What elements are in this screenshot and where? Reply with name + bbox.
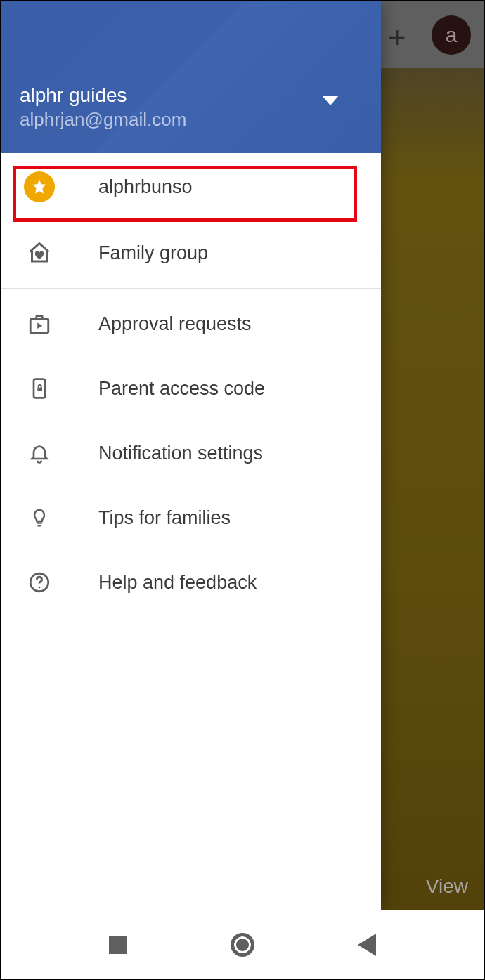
menu-item-family-group[interactable]: Family group	[1, 221, 381, 285]
menu-item-approval-requests[interactable]: Approval requests	[1, 292, 381, 356]
view-button[interactable]: View	[426, 875, 468, 898]
menu-item-label: Family group	[98, 242, 208, 264]
drawer-menu: alphrbunso Family group	[1, 153, 381, 912]
menu-item-label: Parent access code	[98, 378, 265, 400]
menu-item-label: Tips for families	[98, 507, 231, 529]
account-email: alphrjan@gmail.com	[20, 109, 186, 131]
briefcase-play-icon	[24, 312, 55, 336]
menu-item-label: alphrbunso	[98, 176, 193, 198]
screen-frame: + a View alphr guides alphrjan@gmail.com…	[0, 0, 485, 980]
account-name: alphr guides	[20, 83, 186, 107]
menu-item-label: Approval requests	[98, 313, 252, 335]
drawer-header[interactable]: alphr guides alphrjan@gmail.com	[1, 1, 381, 153]
menu-item-notification-settings[interactable]: Notification settings	[1, 421, 381, 485]
avatar-letter: a	[446, 23, 458, 47]
menu-item-parent-access-code[interactable]: Parent access code	[1, 356, 381, 421]
back-button[interactable]	[358, 934, 376, 956]
svg-point-4	[39, 587, 41, 589]
menu-item-child-profile[interactable]: alphrbunso	[1, 153, 381, 221]
child-avatar-icon	[24, 171, 55, 202]
home-button[interactable]	[231, 933, 254, 957]
account-avatar[interactable]: a	[432, 15, 471, 55]
lightbulb-icon	[24, 505, 55, 530]
home-heart-icon	[24, 240, 55, 266]
menu-item-tips-for-families[interactable]: Tips for families	[1, 485, 381, 550]
bell-icon	[24, 441, 55, 465]
help-icon	[24, 570, 55, 594]
menu-item-label: Notification settings	[98, 443, 263, 464]
system-navigation-bar	[1, 910, 484, 979]
menu-item-help-feedback[interactable]: Help and feedback	[1, 550, 381, 615]
recent-apps-button[interactable]	[109, 936, 127, 954]
add-icon[interactable]: +	[388, 20, 406, 55]
menu-item-label: Help and feedback	[98, 572, 257, 594]
account-dropdown-icon[interactable]	[322, 96, 339, 105]
phone-lock-icon	[24, 376, 55, 401]
menu-divider	[1, 288, 381, 289]
navigation-drawer: alphr guides alphrjan@gmail.com alphrbun…	[1, 1, 381, 912]
svg-rect-2	[37, 388, 42, 391]
